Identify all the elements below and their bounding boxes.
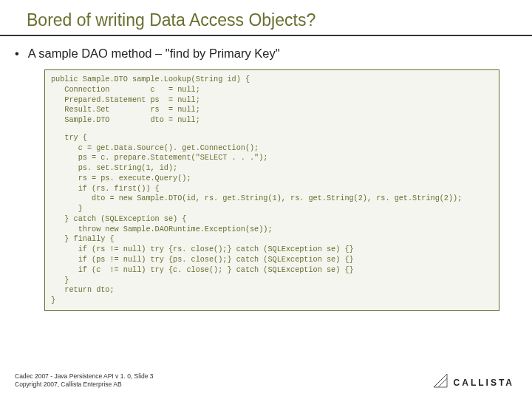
bullet-item: • A sample DAO method – "find by Primary…: [15, 47, 505, 61]
code-block-2: try { c = get.Data.Source(). get.Connect…: [51, 133, 493, 306]
code-block-1: public Sample.DTO sample.Lookup(String i…: [51, 75, 493, 126]
slide-title: Bored of writing Data Access Objects?: [27, 10, 532, 30]
footer-line-2: Copyright 2007, Callista Enterprise AB: [15, 381, 154, 389]
svg-line-1: [434, 378, 443, 387]
bullet-dot-icon: •: [15, 47, 25, 61]
logo-text: CALLISTA: [454, 378, 514, 388]
code-box: public Sample.DTO sample.Lookup(String i…: [44, 69, 499, 311]
svg-line-2: [438, 378, 447, 387]
footer-line-1: Cadec 2007 - Java Persistence API v 1. 0…: [15, 372, 154, 381]
title-divider: [0, 35, 532, 36]
bullet-text: A sample DAO method – "find by Primary K…: [28, 47, 280, 60]
logo-icon: [432, 372, 449, 389]
slide-footer: Cadec 2007 - Java Persistence API v 1. 0…: [15, 372, 154, 389]
logo: CALLISTA: [432, 372, 514, 389]
